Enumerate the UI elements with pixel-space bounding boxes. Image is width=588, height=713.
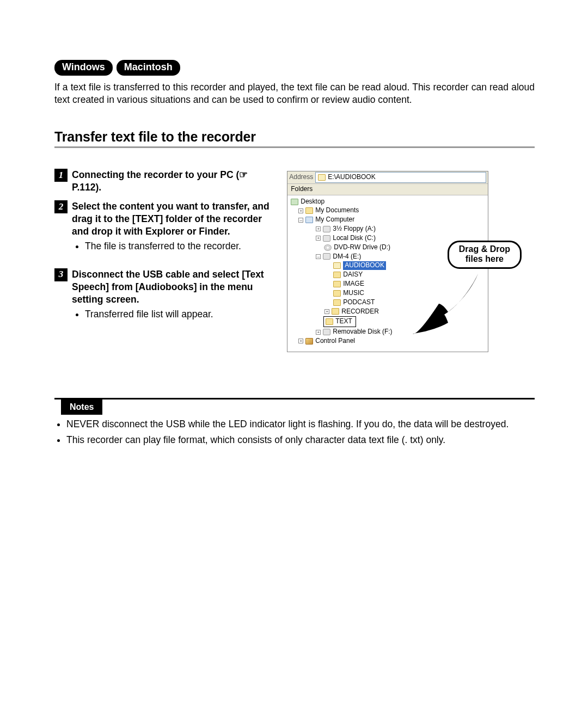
- pill-macintosh: Macintosh: [117, 60, 180, 76]
- notes-item-2: This recorder can play file format, whic…: [66, 434, 535, 446]
- folder-icon: [332, 308, 339, 315]
- expand-icon[interactable]: +: [316, 330, 321, 335]
- step-3-sub-1: Transferred file list will appear.: [85, 308, 274, 321]
- folder-icon: [333, 272, 341, 278]
- step-number-badge: 1: [54, 169, 68, 182]
- folder-icon: [333, 290, 341, 297]
- step-1-title: Connecting the recorder to your PC (☞ P.…: [72, 169, 274, 194]
- drive-icon: [323, 329, 330, 335]
- tree-dvd[interactable]: DVD-RW Drive (D:): [334, 243, 390, 252]
- intro-paragraph: If a text file is transferred to this re…: [54, 81, 535, 106]
- address-value: E:\AUDIOBOOK: [328, 173, 375, 182]
- disc-icon: [324, 244, 332, 251]
- tree-my-documents[interactable]: My Documents: [315, 206, 359, 215]
- expand-icon[interactable]: +: [298, 339, 303, 343]
- expand-icon[interactable]: +: [316, 226, 321, 231]
- folder-tree: Desktop +My Documents –My Computer +3½ F…: [287, 195, 488, 352]
- address-field[interactable]: E:\AUDIOBOOK: [315, 172, 486, 183]
- step-3: 3 Disconnect the USB cable and select [T…: [54, 268, 274, 329]
- tree-floppy[interactable]: 3½ Floppy (A:): [333, 225, 376, 233]
- step-2: 2 Select the content you want to transfe…: [54, 200, 274, 261]
- os-pill-row: Windows Macintosh: [54, 60, 535, 76]
- step-1: 1 Connecting the recorder to your PC (☞ …: [54, 169, 274, 194]
- folder-icon: [318, 174, 326, 181]
- notes-label: Notes: [61, 399, 102, 415]
- tree-desktop[interactable]: Desktop: [301, 198, 324, 206]
- section-title: Transfer text file to the recorder: [54, 128, 535, 148]
- notes-section: Notes NEVER disconnect the USB while the…: [54, 398, 535, 446]
- tree-control-panel[interactable]: Control Panel: [315, 337, 355, 346]
- drive-icon: [323, 235, 330, 242]
- tree-podcast[interactable]: PODCAST: [343, 298, 375, 307]
- folder-open-icon: [333, 262, 341, 269]
- tree-local-disk[interactable]: Local Disk (C:): [333, 234, 376, 243]
- folder-icon: [333, 281, 341, 287]
- control-panel-icon: [305, 338, 313, 345]
- steps-column: 1 Connecting the recorder to your PC (☞ …: [54, 169, 274, 336]
- tree-image[interactable]: IMAGE: [343, 280, 364, 288]
- step-3-title: Disconnect the USB cable and select [Tex…: [72, 268, 274, 306]
- drag-drop-callout: Drag & Drop files here: [448, 241, 522, 269]
- tree-music[interactable]: MUSIC: [343, 289, 364, 298]
- tree-recorder[interactable]: RECORDER: [341, 308, 379, 316]
- expand-icon[interactable]: +: [316, 236, 321, 241]
- pill-windows: Windows: [54, 60, 113, 76]
- step-number-badge: 3: [54, 268, 68, 281]
- tree-text: TEXT: [335, 317, 352, 326]
- tree-daisy[interactable]: DAISY: [343, 271, 363, 279]
- step-2-sub-1: The file is transferred to the recorder.: [85, 240, 274, 253]
- folder-icon: [305, 207, 313, 214]
- step-2-title: Select the content you want to transfer,…: [72, 200, 274, 238]
- collapse-icon[interactable]: –: [298, 218, 303, 223]
- notes-item-1: NEVER disconnect the USB while the LED i…: [66, 418, 535, 431]
- expand-icon[interactable]: +: [324, 309, 329, 314]
- tree-removable[interactable]: Removable Disk (F:): [333, 328, 392, 336]
- desktop-icon: [291, 199, 298, 205]
- folders-tab: Folders: [287, 184, 488, 195]
- drive-icon: [323, 253, 330, 260]
- expand-icon[interactable]: +: [298, 208, 303, 213]
- address-label: Address: [289, 173, 313, 182]
- tree-audiobook[interactable]: AUDIOBOOK: [343, 261, 386, 270]
- folder-icon: [333, 299, 341, 306]
- tree-my-computer[interactable]: My Computer: [315, 216, 354, 224]
- folder-icon: [326, 318, 333, 325]
- text-folder-highlight[interactable]: TEXT: [323, 316, 356, 327]
- collapse-icon[interactable]: –: [316, 254, 321, 259]
- computer-icon: [305, 217, 313, 223]
- tree-dm4[interactable]: DM-4 (E:): [333, 253, 361, 261]
- step-number-badge: 2: [54, 200, 68, 213]
- explorer-column: Address E:\AUDIOBOOK Folders Desktop +My…: [287, 169, 535, 352]
- floppy-icon: [323, 226, 330, 232]
